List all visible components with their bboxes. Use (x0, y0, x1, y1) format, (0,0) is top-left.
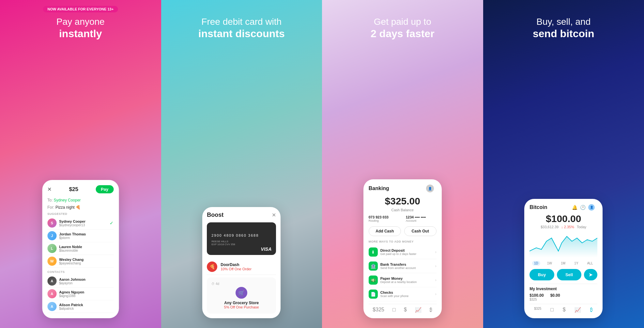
doordash-info: DoorDash 10% Off One Order (221, 262, 252, 271)
close-icon[interactable]: ✕ (47, 186, 52, 192)
routing-number-group: 073 923 033 Routing (369, 215, 399, 222)
checks-name: Checks (380, 291, 433, 294)
card-holder-name: REESE HILLS (211, 240, 271, 243)
tab-1m[interactable]: 1M (559, 261, 567, 266)
bank-transfers-info: Bank Transfers Send from another account (380, 262, 433, 270)
bell-icon[interactable]: 🔔 (572, 205, 577, 210)
chevron-right-icon: › (435, 278, 437, 282)
contact-aaron[interactable]: A Aaron Johnson $ayayron (47, 275, 114, 288)
headline-line1: Pay anyone (7, 16, 155, 27)
suggested-label: SUGGESTED (47, 212, 114, 216)
headline-line2: 2 days faster (329, 27, 477, 40)
send-button[interactable]: ➤ (584, 269, 597, 280)
banking-header: Banking 👤 (369, 185, 437, 192)
time-period-tabs: 1D 1W 1M 1Y ALL (529, 261, 597, 266)
investment-values: $100.00 $325 $0.00 (529, 293, 597, 301)
headline-line1: Buy, sell, and (490, 16, 638, 27)
availability-badge: NOW AVAILABLE FOR EVERYONE 13+ (43, 6, 118, 12)
bitcoin-nav-icon[interactable]: ₿ (590, 307, 593, 313)
bitcoin-amount: $100.00 (529, 213, 597, 224)
buy-button[interactable]: Buy (529, 269, 554, 280)
tab-all[interactable]: ALL (585, 261, 595, 266)
chevron-right-icon: › (435, 250, 437, 254)
checks-icon: 📄 (369, 290, 378, 299)
bank-transfers-item[interactable]: 🏦 Bank Transfers Send from another accou… (369, 259, 437, 273)
banking-phone-card: Banking 👤 $325.00 Cash Balance 073 923 0… (363, 179, 442, 318)
paper-money-desc: Deposit at a nearby location (380, 280, 433, 284)
grocery-discount: 5% Off One Purchase (211, 305, 271, 309)
account-number-group: 1234 •••• •••• Account (406, 215, 437, 222)
boost-header: Boost ✕ (207, 212, 276, 218)
tab-1d[interactable]: 1D (532, 261, 540, 266)
contact-agnes-info: Agnes Nguyen $agng1088 (59, 290, 114, 298)
contact-lauren[interactable]: L Lauren Noble $laurennoble (47, 242, 114, 255)
contact-alison[interactable]: A Alison Patrick $alipatrick (47, 300, 114, 313)
dollar-nav-icon[interactable]: $ (563, 307, 566, 313)
checks-item[interactable]: 📄 Checks Scan with your phone › (369, 287, 437, 301)
invest-value-item: $100.00 $325 (529, 293, 544, 301)
paper-money-info: Paper Money Deposit at a nearby location (380, 276, 433, 284)
contact-name: Sydney Cooper (59, 219, 110, 223)
contact-lauren-info: Lauren Noble $laurennoble (59, 245, 114, 252)
paper-money-item[interactable]: 💵 Paper Money Deposit at a nearby locati… (369, 273, 437, 287)
headline-line2: send bitcoin (490, 27, 638, 40)
doordash-boost[interactable]: 🍕 DoorDash 10% Off One Order (207, 259, 276, 275)
panel-1-headline: Pay anyone instantly (0, 16, 161, 40)
contact-aaron-info: Aaron Johnson $ayayron (59, 277, 114, 285)
panel-2-headline: Free debit card with instant discounts (161, 16, 322, 40)
tab-1y[interactable]: 1Y (572, 261, 580, 266)
routing-info: 073 923 033 Routing 1234 •••• •••• Accou… (369, 215, 437, 222)
balance-nav[interactable]: $325 (534, 307, 541, 313)
bitcoin-title: Bitcoin (529, 204, 547, 210)
pay-header: ✕ $25 Pay (47, 185, 114, 193)
panel-banking: Get paid up to 2 days faster Banking 👤 $… (322, 0, 483, 328)
card-nav-icon[interactable]: □ (392, 307, 396, 313)
headline-line1: Free debit card with (168, 16, 316, 27)
contact-sydney[interactable]: S Sydney Cooper $sydneycooper13 ✓ (47, 217, 114, 230)
cash-out-button[interactable]: Cash Out (404, 226, 437, 236)
sell-button[interactable]: Sell (557, 269, 582, 280)
tab-1w[interactable]: 1W (545, 261, 554, 266)
paper-money-icon: 💵 (369, 276, 378, 285)
contact-jordan[interactable]: J Jordan Thomas $jstorm (47, 230, 114, 242)
cash-balance-display: $325.00 (369, 196, 437, 207)
balance-label: Cash Balance (369, 208, 437, 212)
avatar-agnes: A (47, 289, 56, 298)
avatar-jordan: J (47, 231, 56, 240)
add-cash-button[interactable]: Add Cash (369, 226, 401, 236)
card-nav-icon[interactable]: □ (550, 307, 554, 313)
amount-display: $25 (69, 186, 78, 193)
headline-line1: Get paid up to (329, 16, 477, 27)
contact-name: Agnes Nguyen (59, 290, 114, 294)
contact-name: Lauren Noble (59, 245, 114, 249)
account-number: 1234 •••• •••• (406, 215, 437, 219)
contact-jordan-info: Jordan Thomas $jstorm (59, 232, 114, 240)
chart-nav-icon[interactable]: 📈 (415, 307, 422, 313)
chart-nav-icon[interactable]: 📈 (575, 307, 581, 313)
for-label: For: (47, 205, 54, 210)
home-nav-icon[interactable]: $325 (373, 307, 384, 313)
clock-icon[interactable]: 🕐 (580, 205, 586, 210)
grocery-boost[interactable]: ⏱ 4d 🛒 Any Grocery Store 5% Off One Purc… (207, 277, 276, 314)
direct-deposit-item[interactable]: ⬇ Direct Deposit Get paid up to 2 days f… (369, 245, 437, 259)
contact-wesley[interactable]: W Wesley Chang $payweschang (47, 255, 114, 268)
panel-bitcoin: Buy, sell, and send bitcoin Bitcoin 🔔 🕐 … (483, 0, 644, 328)
investment-section: My Investment $100.00 $325 $0.00 (529, 284, 597, 301)
invest-value: $100.00 (529, 293, 544, 298)
contact-name: Alison Patrick (59, 303, 114, 307)
bitcoin-nav-icon[interactable]: ₿ (430, 307, 432, 313)
contact-agnes[interactable]: A Agnes Nguyen $agng1088 (47, 288, 114, 300)
contact-name: Jordan Thomas (59, 232, 114, 236)
headline-line2: instantly (7, 27, 155, 40)
routing-number: 073 923 033 (369, 215, 399, 219)
contact-handle: $ayayron (59, 281, 114, 285)
checks-desc: Scan with your phone (380, 294, 433, 298)
contact-name: Aaron Johnson (59, 277, 114, 281)
close-icon[interactable]: ✕ (272, 212, 276, 218)
bank-transfers-desc: Send from another account (380, 266, 433, 270)
to-value: Sydney Cooper (54, 198, 81, 202)
contact-handle: $sydneycooper13 (59, 223, 110, 227)
panel-debit-card: Free debit card with instant discounts B… (161, 0, 322, 328)
pay-button[interactable]: Pay (96, 185, 114, 193)
dollar-nav-icon[interactable]: $ (404, 307, 407, 313)
